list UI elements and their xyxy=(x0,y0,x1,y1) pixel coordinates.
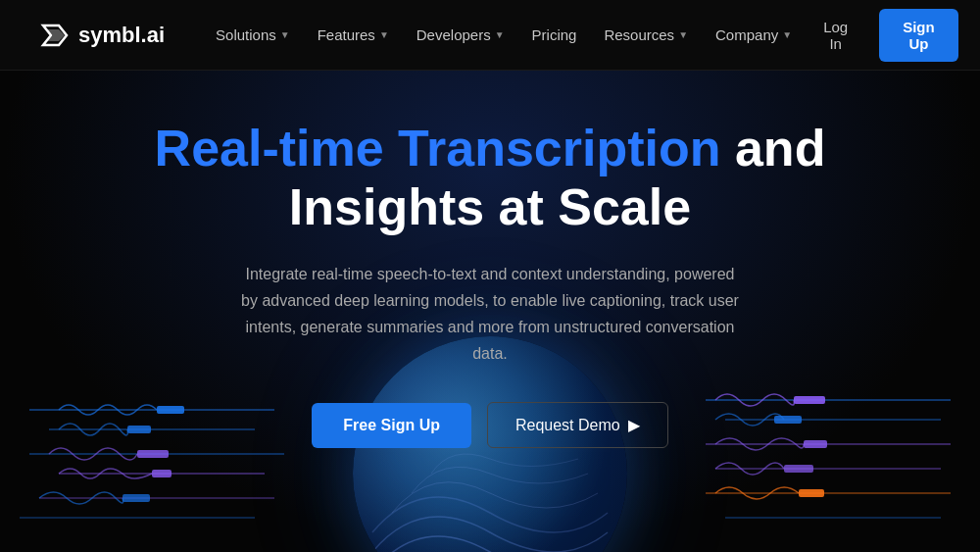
nav-item-resources[interactable]: Resources ▼ xyxy=(592,19,700,51)
nav-links: Solutions ▼ Features ▼ Developers ▼ Pric… xyxy=(204,19,804,51)
nav-item-developers[interactable]: Developers ▼ xyxy=(405,19,516,51)
nav-item-pricing[interactable]: Pricing xyxy=(520,19,589,51)
logo[interactable]: symbl.ai xyxy=(39,20,165,51)
logo-icon xyxy=(39,20,71,51)
svg-rect-17 xyxy=(152,470,172,477)
hero-subtitle: Integrate real-time speech-to-text and c… xyxy=(235,261,745,368)
chevron-down-icon: ▼ xyxy=(379,29,389,40)
nav-signup-button[interactable]: Sign Up xyxy=(879,9,958,62)
svg-rect-22 xyxy=(784,465,813,473)
svg-rect-16 xyxy=(137,450,169,458)
nav-item-features[interactable]: Features ▼ xyxy=(306,19,401,51)
hero-buttons: Free Sign Up Request Demo ▶ xyxy=(155,402,826,448)
chevron-down-icon: ▼ xyxy=(782,29,792,40)
navbar: symbl.ai Solutions ▼ Features ▼ Develope… xyxy=(0,0,980,71)
hero-title: Real-time Transcription andInsights at S… xyxy=(155,120,826,237)
svg-rect-23 xyxy=(799,489,824,497)
request-demo-button[interactable]: Request Demo ▶ xyxy=(487,402,668,448)
chevron-down-icon: ▼ xyxy=(495,29,505,40)
chevron-down-icon: ▼ xyxy=(678,29,688,40)
nav-actions: Log In Sign Up xyxy=(804,9,958,62)
svg-rect-18 xyxy=(122,494,150,502)
hero-title-blue: Real-time Transcription xyxy=(155,120,721,176)
nav-item-solutions[interactable]: Solutions ▼ xyxy=(204,19,302,51)
arrow-icon: ▶ xyxy=(628,416,640,434)
nav-item-company[interactable]: Company ▼ xyxy=(704,19,804,51)
hero-section: Real-time Transcription andInsights at S… xyxy=(0,71,980,552)
free-signup-button[interactable]: Free Sign Up xyxy=(312,403,471,448)
chevron-down-icon: ▼ xyxy=(280,29,290,40)
login-button[interactable]: Log In xyxy=(804,11,867,60)
logo-text: symbl.ai xyxy=(78,23,165,48)
hero-content: Real-time Transcription andInsights at S… xyxy=(116,71,865,448)
